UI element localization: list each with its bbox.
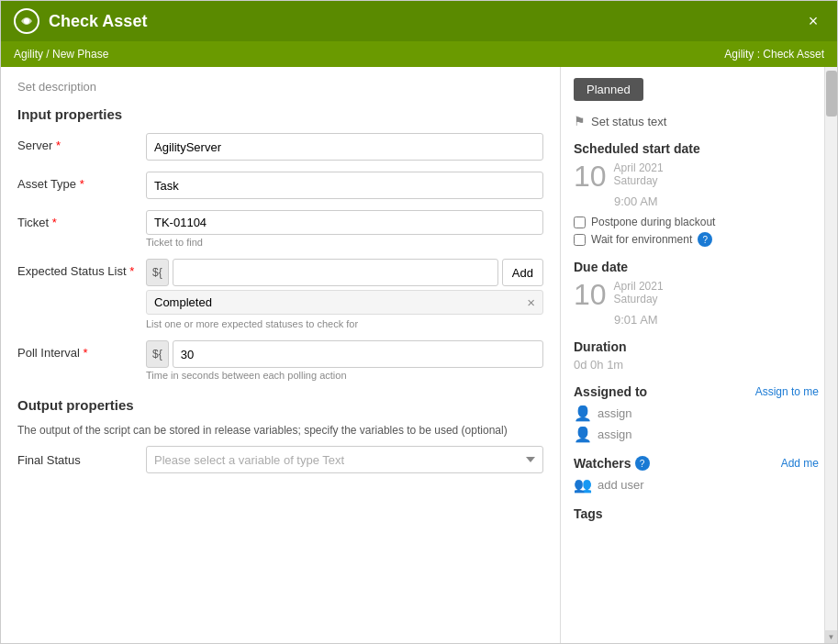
start-time: 9:00 AM — [614, 194, 819, 208]
poll-interval-label: Poll Interval * — [17, 340, 137, 360]
output-desc: The output of the script can be stored i… — [17, 424, 543, 437]
duration-section: Duration 0d 0h 1m — [574, 339, 819, 372]
poll-interval-input[interactable] — [173, 340, 543, 368]
asset-type-label: Asset Type * — [17, 172, 137, 191]
due-time: 9:01 AM — [614, 313, 819, 327]
add-me-link[interactable]: Add me — [781, 457, 819, 470]
watcher-row: 👥 add user — [574, 476, 819, 494]
asset-type-input[interactable] — [146, 172, 543, 199]
title-bar-left: Check Asset — [14, 8, 147, 34]
breadcrumb-right: Agility : Check Asset — [724, 48, 824, 61]
poll-required: * — [84, 346, 88, 360]
assigned-section: Assigned to Assign to me 👤 assign 👤 assi… — [574, 384, 819, 443]
ticket-helper: Ticket to find — [146, 237, 543, 248]
server-required: * — [56, 139, 61, 152]
watchers-help-icon[interactable]: ? — [635, 456, 650, 471]
wait-env-help-icon[interactable]: ? — [698, 232, 712, 247]
watchers-section: Watchers ? Add me 👥 add user — [574, 456, 819, 494]
due-day: 10 — [574, 280, 607, 309]
output-section: Output properties The output of the scri… — [17, 397, 543, 473]
expected-status-area: ${ Add Completed × List one or more expe… — [146, 259, 543, 329]
expected-status-row: Expected Status List * ${ Add Completed … — [17, 259, 543, 329]
assigned-header: Assigned to Assign to me — [574, 384, 819, 399]
set-status-row: ⚑ Set status text — [574, 114, 819, 128]
output-properties-title: Output properties — [17, 397, 543, 413]
scheduled-start-section: Scheduled start date 10 April 2021 Satur… — [574, 141, 819, 247]
add-status-button[interactable]: Add — [502, 259, 543, 286]
assignee-row-1: 👤 assign — [574, 405, 819, 422]
final-status-row: Final Status Please select a variable of… — [17, 446, 543, 473]
scheduled-start-title: Scheduled start date — [574, 141, 819, 156]
postpone-checkbox[interactable] — [574, 217, 586, 228]
wait-env-checkbox[interactable] — [574, 234, 586, 246]
main-content: Set description Input properties Server … — [1, 67, 837, 643]
window-title: Check Asset — [49, 12, 147, 31]
start-date-display: 10 April 2021 Saturday — [574, 161, 819, 191]
scrollbar[interactable]: ▼ — [824, 67, 837, 643]
flag-icon: ⚑ — [574, 114, 586, 128]
assigned-title: Assigned to — [574, 384, 647, 399]
expected-helper: List one or more expected statuses to ch… — [146, 318, 543, 329]
tag-remove-button[interactable]: × — [527, 294, 535, 310]
completed-tag: Completed × — [146, 290, 543, 315]
assignee-name-2: assign — [598, 427, 632, 441]
watchers-title-row: Watchers ? — [574, 456, 650, 471]
set-description: Set description — [17, 80, 543, 94]
tags-section: Tags — [574, 506, 819, 521]
poll-interval-row: Poll Interval * ${ Time in seconds betwe… — [17, 340, 543, 381]
due-weekday: Saturday — [614, 293, 664, 305]
wait-env-label: Wait for environment — [591, 233, 692, 246]
right-panel: Planned ⚑ Set status text Scheduled star… — [561, 67, 837, 643]
ticket-row: Ticket * Ticket to find — [17, 210, 543, 248]
window: Check Asset × Agility / New Phase Agilit… — [0, 0, 838, 644]
breadcrumb-left: Agility / New Phase — [14, 48, 108, 61]
close-button[interactable]: × — [802, 10, 824, 32]
tags-title: Tags — [574, 506, 819, 521]
start-day: 10 — [574, 161, 607, 191]
ticket-label: Ticket * — [17, 210, 137, 229]
left-panel: Set description Input properties Server … — [1, 67, 561, 643]
status-button[interactable]: Planned — [574, 78, 643, 101]
due-date-display: 10 April 2021 Saturday — [574, 280, 819, 309]
asset-type-required: * — [80, 177, 84, 191]
ticket-required: * — [52, 216, 57, 229]
scrollbar-thumb — [826, 71, 837, 117]
expected-status-input[interactable] — [173, 259, 498, 286]
select-wrapper: Please select a variable of type Text — [146, 446, 543, 473]
due-detail: April 2021 Saturday — [614, 280, 664, 305]
svg-point-1 — [24, 18, 29, 24]
watcher-icon: 👥 — [574, 476, 592, 494]
breadcrumb-bar: Agility / New Phase Agility : Check Asse… — [1, 41, 837, 67]
duration-title: Duration — [574, 339, 819, 354]
person-icon-1: 👤 — [574, 405, 592, 422]
ticket-input[interactable] — [146, 210, 543, 235]
person-icon-2: 👤 — [574, 426, 592, 443]
duration-value: 0d 0h 1m — [574, 358, 819, 372]
server-row: Server * — [17, 133, 543, 161]
set-status-text: Set status text — [591, 115, 666, 128]
final-status-select[interactable]: Please select a variable of type Text — [146, 446, 543, 473]
start-detail: April 2021 Saturday — [614, 161, 664, 187]
server-label: Server * — [17, 133, 137, 152]
wait-env-row: Wait for environment ? — [574, 232, 819, 247]
poll-helper: Time in seconds between each polling act… — [146, 370, 543, 381]
due-date-section: Due date 10 April 2021 Saturday 9:01 AM — [574, 260, 819, 327]
title-bar: Check Asset × — [1, 1, 837, 41]
assign-to-me-link[interactable]: Assign to me — [755, 385, 819, 398]
start-month-year: April 2021 — [614, 161, 664, 174]
postpone-row: Postpone during blackout — [574, 216, 819, 228]
asset-type-row: Asset Type * — [17, 172, 543, 199]
watcher-name: add user — [598, 478, 644, 492]
assignee-name-1: assign — [598, 406, 632, 420]
input-properties-title: Input properties — [17, 106, 543, 122]
scroll-down-arrow[interactable]: ▼ — [825, 630, 837, 643]
server-input[interactable] — [146, 133, 543, 161]
assignee-row-2: 👤 assign — [574, 426, 819, 443]
start-weekday: Saturday — [614, 174, 664, 187]
poll-row: ${ — [146, 340, 543, 368]
tag-label: Completed — [154, 295, 212, 309]
poll-var-prefix: ${ — [146, 340, 169, 368]
expected-status-required: * — [129, 264, 134, 278]
expected-input-row: ${ Add — [146, 259, 543, 286]
due-month-year: April 2021 — [614, 280, 664, 293]
